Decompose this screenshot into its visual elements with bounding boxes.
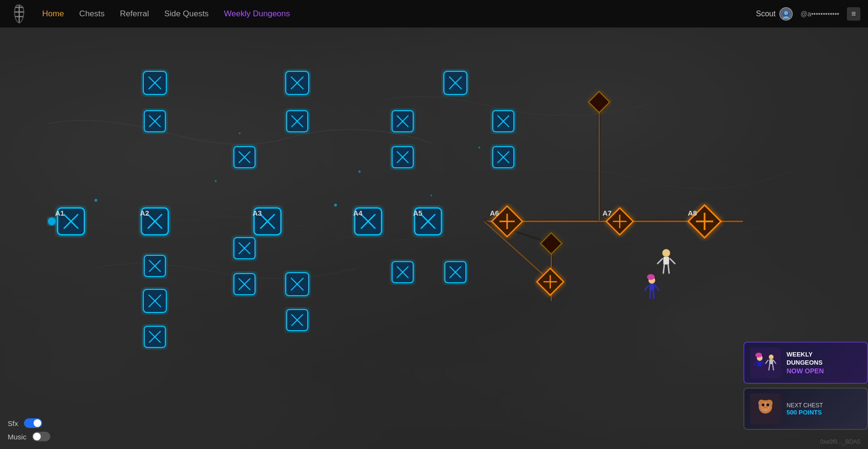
- nav-scout-label: Scout: [756, 7, 793, 21]
- bottom-address: 0xe0f9..._BDA5: [820, 438, 860, 445]
- nav-logo: [8, 2, 31, 25]
- character-sprite: [658, 249, 675, 273]
- svg-point-1: [784, 11, 788, 15]
- label-a1: A1: [55, 209, 64, 217]
- svg-point-162: [764, 408, 767, 411]
- bottom-controls: Sfx Music: [8, 418, 50, 441]
- svg-marker-114: [541, 233, 562, 254]
- nav-menu-button[interactable]: ≡: [847, 7, 860, 21]
- weekly-card-content: WEEKLY DUNGEONS NOW OPEN: [787, 351, 861, 375]
- weekly-card-title: WEEKLY DUNGEONS: [787, 351, 861, 367]
- weekly-card-subtitle: NOW OPEN: [787, 367, 861, 375]
- right-panel: WEEKLY DUNGEONS NOW OPEN: [743, 342, 868, 430]
- svg-line-36: [484, 221, 551, 282]
- next-chest-card[interactable]: NEXT CHEST 500 POINTS: [743, 388, 868, 430]
- svg-rect-150: [769, 359, 773, 364]
- music-label: Music: [8, 433, 26, 441]
- nav-side-quests[interactable]: Side Quests: [164, 9, 209, 19]
- svg-rect-146: [757, 361, 762, 367]
- nav-home[interactable]: Home: [42, 9, 64, 19]
- chest-card-label: NEXT CHEST: [787, 402, 861, 409]
- svg-rect-132: [663, 257, 669, 265]
- label-a6: A6: [490, 209, 499, 217]
- svg-line-135: [663, 265, 664, 273]
- svg-line-152: [773, 360, 776, 364]
- svg-point-128: [359, 171, 361, 173]
- svg-marker-113: [589, 92, 610, 113]
- svg-line-148: [762, 362, 764, 366]
- svg-point-138: [647, 274, 655, 280]
- svg-rect-139: [649, 284, 654, 290]
- sfx-knob: [34, 419, 41, 427]
- svg-point-5: [48, 218, 56, 225]
- chest-card-content: NEXT CHEST 500 POINTS: [787, 402, 861, 416]
- chest-card-points: 500 POINTS: [787, 409, 861, 416]
- character-sprite-2: [645, 274, 659, 299]
- label-a7: A7: [602, 209, 612, 217]
- map-area: A1 A2: [0, 28, 868, 449]
- label-a4: A4: [353, 209, 363, 217]
- svg-line-154: [773, 364, 774, 370]
- dungeon-map-svg: A1 A2: [0, 28, 868, 449]
- svg-line-153: [769, 364, 770, 370]
- nav-links: Home Chests Referral Side Quests Weekly …: [42, 9, 756, 19]
- nav-right: Scout @a•••••••••••• ≡: [756, 7, 860, 21]
- svg-line-147: [753, 362, 756, 366]
- svg-line-133: [658, 259, 662, 264]
- nav-weekly-dungeons[interactable]: Weekly Dungeons: [224, 9, 290, 19]
- svg-point-149: [769, 355, 774, 359]
- sfx-label: Sfx: [8, 419, 18, 427]
- weekly-card-sprite: [750, 347, 781, 378]
- label-a5: A5: [413, 209, 422, 217]
- sfx-toggle-row: Sfx: [8, 418, 50, 428]
- svg-point-125: [215, 180, 217, 182]
- label-a3: A3: [253, 209, 262, 217]
- label-a2: A2: [140, 209, 149, 217]
- svg-point-160: [766, 403, 769, 406]
- svg-line-143: [653, 290, 654, 299]
- sfx-toggle[interactable]: [24, 418, 42, 428]
- svg-point-130: [478, 147, 480, 149]
- music-toggle[interactable]: [32, 432, 50, 441]
- scout-avatar: [779, 7, 793, 21]
- svg-point-124: [94, 199, 97, 202]
- nav-chests[interactable]: Chests: [79, 9, 104, 19]
- music-knob: [33, 433, 41, 440]
- svg-line-151: [765, 360, 768, 364]
- svg-point-145: [755, 353, 762, 357]
- svg-point-129: [430, 195, 432, 196]
- music-toggle-row: Music: [8, 432, 50, 441]
- svg-point-159: [762, 403, 764, 406]
- scout-label-text: Scout: [756, 10, 775, 18]
- svg-line-141: [655, 286, 659, 290]
- label-a8: A8: [688, 209, 697, 217]
- svg-point-127: [239, 132, 241, 134]
- svg-line-142: [650, 290, 650, 299]
- svg-point-131: [662, 249, 670, 257]
- svg-line-134: [670, 259, 675, 264]
- nav-referral[interactable]: Referral: [120, 9, 149, 19]
- svg-line-136: [668, 265, 669, 273]
- svg-point-126: [334, 204, 337, 207]
- navbar: Home Chests Referral Side Quests Weekly …: [0, 0, 868, 28]
- nav-username: @a••••••••••••: [800, 10, 839, 18]
- svg-line-140: [645, 286, 648, 290]
- weekly-dungeons-card[interactable]: WEEKLY DUNGEONS NOW OPEN: [743, 342, 868, 384]
- chest-card-sprite: [750, 393, 781, 424]
